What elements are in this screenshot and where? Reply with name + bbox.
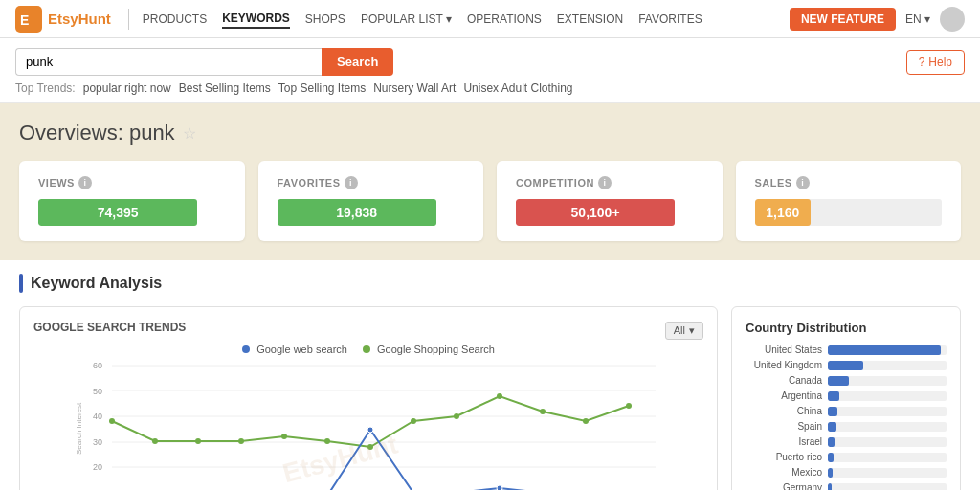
- trend-popular-right-now[interactable]: popular right now: [83, 81, 171, 95]
- avatar[interactable]: [940, 7, 965, 32]
- country-bar-wrap-ar: [828, 391, 947, 401]
- svg-point-39: [454, 413, 459, 419]
- nav-extension[interactable]: EXTENSION: [557, 11, 623, 28]
- svg-point-40: [497, 393, 502, 399]
- views-card: VIEWS i 74,395: [19, 161, 245, 241]
- google-trends-chart-card: GOOGLE SEARCH TRENDS All ▾ Google web se…: [19, 306, 718, 490]
- legend-dot-green: [363, 345, 370, 353]
- svg-point-50: [368, 427, 373, 433]
- views-bar: 74,395: [38, 199, 197, 226]
- svg-point-43: [626, 403, 632, 409]
- logo-icon: E: [15, 6, 42, 33]
- chart-legend: Google web search Google Shopping Search: [33, 344, 703, 355]
- favorite-star-icon[interactable]: ☆: [183, 124, 196, 143]
- country-name-pr: Puerto rico: [746, 452, 822, 462]
- overview-title: Overviews: punk ☆: [19, 121, 961, 145]
- country-distribution-title: Country Distribution: [746, 321, 947, 335]
- section-bar-indicator: [19, 274, 23, 293]
- trend-chart-svg: 0 10 20 30 40 50 60 Search Interest: [33, 361, 703, 490]
- nav-operations[interactable]: OPERATIONS: [467, 11, 542, 28]
- nav-popular-list[interactable]: POPULAR LIST ▾: [361, 11, 452, 28]
- trend-nursery-wall-art[interactable]: Nursery Wall Art: [373, 81, 456, 95]
- country-name-cn: China: [746, 406, 822, 416]
- favorites-info-icon[interactable]: i: [345, 176, 358, 189]
- nav-favorites[interactable]: FAVORITES: [638, 11, 702, 28]
- sales-info-icon[interactable]: i: [796, 176, 810, 189]
- help-button[interactable]: ? Help: [906, 50, 965, 75]
- svg-point-41: [540, 409, 546, 414]
- country-bar-wrap-mx: [828, 468, 947, 478]
- svg-point-34: [238, 438, 244, 444]
- country-bar-uk: [828, 361, 863, 370]
- chart-title: GOOGLE SEARCH TRENDS: [33, 321, 186, 334]
- competition-info-icon[interactable]: i: [598, 176, 612, 189]
- competition-label: COMPETITION i: [516, 176, 703, 189]
- search-input[interactable]: [15, 48, 322, 76]
- svg-point-33: [195, 438, 201, 444]
- country-name-es: Spain: [746, 421, 822, 432]
- svg-text:Search Interest: Search Interest: [75, 402, 83, 455]
- country-row-il: Israel: [746, 436, 947, 447]
- country-bar-us: [828, 345, 941, 355]
- country-bar-wrap-de: [828, 483, 947, 491]
- country-name-uk: United Kingdom: [746, 360, 822, 370]
- country-bar-wrap-uk: [828, 361, 947, 370]
- chevron-down-icon: ▾: [689, 324, 695, 337]
- country-row-uk: United Kingdom: [746, 360, 947, 370]
- svg-point-35: [281, 434, 287, 439]
- country-name-mx: Mexico: [746, 467, 822, 478]
- country-bar-il: [828, 437, 835, 447]
- country-bar-wrap-cn: [828, 407, 947, 416]
- trend-best-selling[interactable]: Best Selling Items: [179, 81, 271, 95]
- country-bar-cn: [828, 407, 837, 416]
- svg-point-53: [497, 485, 502, 490]
- country-row-pr: Puerto rico: [746, 452, 947, 462]
- trend-unisex-adult[interactable]: Unisex Adult Clothing: [463, 81, 572, 95]
- legend-shopping-search: Google Shopping Search: [363, 344, 495, 355]
- nav-right: NEW FEATURE EN ▾: [790, 7, 965, 32]
- country-list: United States United Kingdom Canada: [746, 345, 947, 490]
- country-name-us: United States: [746, 345, 822, 355]
- competition-bar-wrap: 50,100+: [516, 199, 703, 226]
- sales-card: SALES i 1,160: [736, 161, 962, 241]
- country-bar-mx: [828, 468, 833, 478]
- legend-web-search: Google web search: [242, 344, 347, 355]
- chart-filter-button[interactable]: All ▾: [665, 322, 703, 340]
- views-info-icon[interactable]: i: [78, 176, 92, 189]
- country-bar-wrap-us: [828, 345, 947, 355]
- svg-text:60: 60: [93, 361, 102, 370]
- country-name-ar: Argentina: [746, 390, 822, 401]
- svg-point-32: [152, 438, 158, 444]
- country-bar-pr: [828, 453, 834, 462]
- svg-point-31: [109, 418, 115, 424]
- legend-dot-blue: [242, 345, 250, 353]
- country-name-il: Israel: [746, 436, 822, 447]
- nav-links: PRODUCTS KEYWORDS SHOPS POPULAR LIST ▾ O…: [143, 10, 790, 29]
- nav-products[interactable]: PRODUCTS: [143, 11, 207, 28]
- favorites-bar-wrap: 19,838: [278, 199, 465, 226]
- country-bar-es: [828, 422, 836, 432]
- question-icon: ?: [919, 56, 925, 69]
- competition-card: COMPETITION i 50,100+: [497, 161, 723, 241]
- logo[interactable]: E EtsyHunt: [15, 6, 111, 33]
- search-section: Search ? Help Top Trends: popular right …: [0, 38, 980, 103]
- new-feature-button[interactable]: NEW FEATURE: [790, 8, 896, 31]
- country-row-es: Spain: [746, 421, 947, 432]
- nav-keywords[interactable]: KEYWORDS: [222, 10, 290, 29]
- country-name-de: Germany: [746, 482, 822, 490]
- svg-text:E: E: [20, 12, 29, 28]
- favorites-label: FAVORITES i: [278, 176, 465, 189]
- favorites-card: FAVORITES i 19,838: [258, 161, 484, 241]
- keyword-analysis-section: Keyword Analysis GOOGLE SEARCH TRENDS Al…: [0, 260, 980, 490]
- trend-top-selling[interactable]: Top Selling Items: [278, 81, 366, 95]
- country-bar-wrap-ca: [828, 376, 947, 386]
- country-row-ca: Canada: [746, 375, 947, 386]
- nav-divider: [128, 9, 129, 30]
- language-selector[interactable]: EN ▾: [905, 12, 930, 26]
- svg-text:20: 20: [93, 462, 102, 472]
- top-trends-label: Top Trends:: [15, 81, 76, 95]
- search-button[interactable]: Search: [322, 48, 393, 76]
- svg-point-38: [411, 418, 416, 424]
- sales-bar-wrap: 1,160: [755, 199, 943, 226]
- nav-shops[interactable]: SHOPS: [305, 11, 345, 28]
